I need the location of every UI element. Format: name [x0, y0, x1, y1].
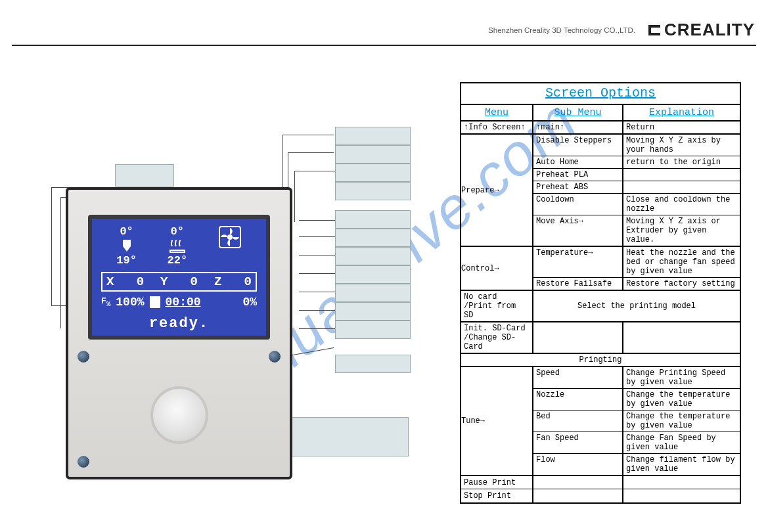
table-row: Temperature→Heat the nozzle and the bed …: [533, 247, 740, 278]
cell-sub: ↑main↑: [533, 122, 623, 133]
label-box: [335, 302, 411, 321]
sd-card-icon: [150, 296, 160, 308]
table-row: SpeedChange Printing Speed by given valu…: [533, 367, 740, 389]
table-row: Pause Print: [461, 476, 740, 489]
lcd-status-row: 0° 19° 0° 22°: [101, 225, 257, 267]
cell-sub: Flow: [533, 454, 623, 475]
col-explanation: Explanation: [623, 105, 740, 120]
cell-sub: Move Axis→: [533, 215, 623, 246]
fan-status: [218, 225, 242, 250]
cell-sub: Cooldown: [533, 194, 623, 215]
leader-line: [299, 220, 335, 221]
table-row: Disable SteppersMoving X Y Z axis by you…: [533, 135, 740, 156]
nozzle-icon: [120, 238, 133, 253]
cell-exp: [623, 181, 740, 193]
cell-sub: Bed: [533, 410, 623, 432]
table-row: FlowChange filament flow by given value: [533, 454, 740, 475]
cell-sub: Preheat PLA: [533, 169, 623, 181]
screen-options-table: Screen Options Menu Sub Menu Explanation…: [460, 82, 741, 504]
cell-exp: Moving X Y Z axis by your hands: [623, 135, 740, 156]
cell-span: Select the printing model: [533, 291, 740, 321]
nozzle-temp: 0° 19°: [116, 225, 137, 267]
cell-exp: Restore factory setting: [623, 278, 740, 290]
cell-menu: Pause Print: [461, 476, 533, 489]
label-box: [335, 127, 411, 145]
table-row: No card /Print from SD Select the printi…: [461, 291, 740, 322]
cell-exp: Change Printing Speed by given value: [623, 367, 740, 388]
table-row: BedChange the temperature by given value: [533, 410, 740, 432]
leader-line: [282, 135, 334, 135]
table-row: Preheat PLA: [533, 169, 740, 181]
printing-section: Pringting: [461, 354, 740, 367]
leader-line: [299, 292, 335, 292]
x-value: 0: [137, 275, 144, 289]
progress-percent: 0%: [242, 296, 257, 309]
leader-line: [294, 171, 295, 222]
cell-exp: Moving X Y Z axis or Extruder by given v…: [623, 215, 740, 246]
cell-menu: Control→: [461, 247, 533, 290]
lcd-status-message: ready.: [101, 315, 257, 332]
header-divider: [12, 45, 756, 46]
cell-exp: [623, 169, 740, 181]
leader-line: [294, 171, 335, 171]
label-box: [335, 145, 411, 164]
table-row: NozzleChange the temperature by given va…: [533, 389, 740, 410]
label-box: [335, 284, 411, 302]
leader-line: [299, 273, 335, 274]
cell-exp: [623, 476, 740, 489]
z-label: Z: [214, 275, 221, 289]
screw-icon: [78, 456, 89, 468]
svg-point-1: [227, 234, 233, 240]
label-box: [335, 247, 411, 265]
leader-line: [299, 236, 335, 237]
prepare-group: Prepare→ Disable SteppersMoving X Y Z ax…: [461, 135, 740, 247]
cell-exp: [623, 489, 740, 502]
label-box: [335, 265, 411, 284]
cell-menu: Tune→: [461, 367, 533, 475]
fan-icon: [218, 225, 242, 249]
cell-exp: [623, 322, 740, 353]
printer-control-panel: 0° 19° 0° 22° X 0 Y 0 Z 0 F% 100% 00:00: [66, 187, 292, 479]
screw-icon: [269, 351, 281, 363]
table-row: Stop Print: [461, 489, 740, 502]
cell-exp: Change the temperature by given value: [623, 410, 740, 432]
cell-menu: No card /Print from SD: [461, 291, 533, 321]
table-row: Auto Homereturn to the origin: [533, 156, 740, 169]
label-box: [115, 164, 174, 187]
cell-exp: Change filament flow by given value: [623, 454, 740, 475]
label-box: [335, 182, 411, 200]
brand-logo: CREALITY: [643, 20, 755, 40]
cell-menu: Init. SD-Card /Change SD-Card: [461, 322, 533, 353]
table-row: Preheat ABS: [533, 181, 740, 194]
rotary-knob[interactable]: [150, 386, 208, 444]
cell-menu: ↑Info Screen↑: [461, 122, 533, 133]
table-header-row: Menu Sub Menu Explanation: [461, 105, 740, 122]
cell-sub: Restore Failsafe: [533, 278, 623, 290]
lcd-screen: 0° 19° 0° 22° X 0 Y 0 Z 0 F% 100% 00:00: [88, 215, 270, 340]
label-box: [335, 210, 411, 229]
leader-line: [60, 197, 61, 328]
cell-sub: Preheat ABS: [533, 181, 623, 193]
cell-sub: Temperature→: [533, 247, 623, 277]
cell-exp: Heat the nozzle and the bed or change fa…: [623, 247, 740, 277]
nozzle-target-temp: 0°: [120, 225, 133, 238]
cell-exp: Change the temperature by given value: [623, 389, 740, 410]
cell-menu: Prepare→: [461, 135, 533, 246]
label-box: [335, 321, 411, 339]
table-row: Fan SpeedChange Fan Speed by given value: [533, 432, 740, 454]
cell-sub: [533, 489, 623, 502]
y-value: 0: [191, 275, 198, 289]
control-group: Control→ Temperature→Heat the nozzle and…: [461, 247, 740, 291]
table-title: Screen Options: [461, 83, 740, 105]
table-row: Restore Failsafe Restore factory setting: [533, 278, 740, 290]
elapsed-time: 00:00: [166, 296, 201, 309]
table-row: CooldownClose and cooldown the nozzle: [533, 194, 740, 215]
feedrate-icon: F%: [101, 296, 110, 308]
cell-exp: Close and cooldown the nozzle: [623, 194, 740, 215]
leader-line: [288, 152, 334, 153]
table-row: Move Axis→Moving X Y Z axis or Extruder …: [533, 215, 740, 246]
cell-exp: return to the origin: [623, 156, 740, 168]
screw-icon: [78, 351, 89, 363]
lcd-position-row: X 0 Y 0 Z 0: [101, 272, 257, 292]
cell-sub: Auto Home: [533, 156, 623, 168]
